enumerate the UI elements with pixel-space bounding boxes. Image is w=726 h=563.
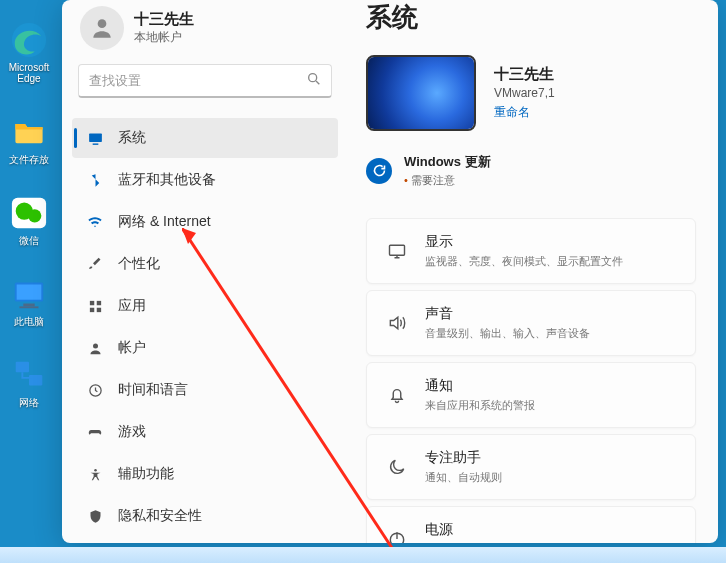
device-name: 十三先生 bbox=[494, 65, 555, 84]
settings-window: 十三先生 本地帐户 系统 蓝牙和其他设备 网络 & Internet bbox=[62, 0, 718, 543]
sidebar-item-accessibility[interactable]: 辅助功能 bbox=[72, 454, 338, 494]
refresh-icon bbox=[366, 158, 392, 184]
svg-rect-17 bbox=[96, 307, 100, 311]
card-desc: 通知、自动规则 bbox=[425, 470, 502, 485]
sidebar-item-apps[interactable]: 应用 bbox=[72, 286, 338, 326]
bluetooth-icon bbox=[86, 171, 104, 189]
card-desc: 睡眠、电池使用情况、节电模式 bbox=[425, 542, 579, 543]
user-icon bbox=[86, 339, 104, 357]
desktop-icon-folder[interactable]: 文件存放 bbox=[7, 112, 51, 165]
svg-rect-12 bbox=[89, 133, 102, 142]
user-subtitle: 本地帐户 bbox=[134, 29, 194, 46]
svg-point-20 bbox=[94, 468, 97, 471]
sidebar-item-label: 网络 & Internet bbox=[118, 213, 211, 231]
device-thumbnail bbox=[366, 55, 476, 131]
desktop-icon-network[interactable]: 网络 bbox=[7, 355, 51, 408]
sidebar-item-personalize[interactable]: 个性化 bbox=[72, 244, 338, 284]
svg-rect-21 bbox=[390, 245, 405, 255]
apps-icon bbox=[86, 297, 104, 315]
brush-icon bbox=[86, 255, 104, 273]
page-title: 系统 bbox=[366, 0, 696, 35]
moon-icon bbox=[385, 455, 409, 479]
nav: 系统 蓝牙和其他设备 网络 & Internet 个性化 应用 帐户 bbox=[72, 118, 338, 563]
svg-rect-16 bbox=[89, 307, 93, 311]
avatar bbox=[80, 6, 124, 50]
desktop-icon-wechat[interactable]: 微信 bbox=[7, 193, 51, 246]
sidebar-item-label: 系统 bbox=[118, 129, 146, 147]
desktop-icon-edge[interactable]: Microsoft Edge bbox=[7, 20, 51, 84]
svg-rect-8 bbox=[16, 362, 29, 372]
sidebar-item-time[interactable]: 时间和语言 bbox=[72, 370, 338, 410]
search-wrap bbox=[78, 64, 332, 98]
card-focus[interactable]: 专注助手 通知、自动规则 bbox=[366, 434, 696, 500]
card-title: 专注助手 bbox=[425, 449, 502, 467]
svg-rect-14 bbox=[89, 300, 93, 304]
svg-point-18 bbox=[93, 343, 98, 348]
sidebar-item-label: 蓝牙和其他设备 bbox=[118, 171, 216, 189]
svg-rect-6 bbox=[23, 304, 34, 307]
sidebar-item-privacy[interactable]: 隐私和安全性 bbox=[72, 496, 338, 536]
sidebar-item-gaming[interactable]: 游戏 bbox=[72, 412, 338, 452]
sidebar-item-label: 应用 bbox=[118, 297, 146, 315]
sidebar-item-network[interactable]: 网络 & Internet bbox=[72, 202, 338, 242]
rename-link[interactable]: 重命名 bbox=[494, 104, 555, 121]
card-title: 显示 bbox=[425, 233, 623, 251]
card-desc: 监视器、亮度、夜间模式、显示配置文件 bbox=[425, 254, 623, 269]
sidebar-item-bluetooth[interactable]: 蓝牙和其他设备 bbox=[72, 160, 338, 200]
desktop-icon-thispc[interactable]: 此电脑 bbox=[7, 274, 51, 327]
svg-rect-13 bbox=[92, 143, 98, 144]
power-icon bbox=[385, 527, 409, 543]
card-title: 通知 bbox=[425, 377, 535, 395]
svg-rect-7 bbox=[20, 306, 39, 308]
wechat-icon bbox=[9, 193, 49, 233]
sidebar-item-label: 个性化 bbox=[118, 255, 160, 273]
card-title: 电源 bbox=[425, 521, 579, 539]
main: 系统 十三先生 VMware7,1 重命名 Windows 更新 需要注意 显 bbox=[348, 0, 718, 543]
network-icon bbox=[9, 355, 49, 395]
sidebar-item-system[interactable]: 系统 bbox=[72, 118, 338, 158]
sidebar: 十三先生 本地帐户 系统 蓝牙和其他设备 网络 & Internet bbox=[62, 0, 348, 543]
card-sound[interactable]: 声音 音量级别、输出、输入、声音设备 bbox=[366, 290, 696, 356]
card-desc: 音量级别、输出、输入、声音设备 bbox=[425, 326, 590, 341]
sidebar-item-label: 时间和语言 bbox=[118, 381, 188, 399]
svg-point-3 bbox=[28, 209, 41, 222]
windows-update-row[interactable]: Windows 更新 需要注意 bbox=[366, 153, 696, 188]
monitor-icon bbox=[385, 239, 409, 263]
sidebar-item-label: 隐私和安全性 bbox=[118, 507, 202, 525]
svg-rect-15 bbox=[96, 300, 100, 304]
clock-icon bbox=[86, 381, 104, 399]
search-icon bbox=[306, 71, 322, 91]
card-desc: 来自应用和系统的警报 bbox=[425, 398, 535, 413]
wifi-icon bbox=[86, 213, 104, 231]
folder-icon bbox=[9, 112, 49, 152]
card-title: 声音 bbox=[425, 305, 590, 323]
sidebar-item-label: 游戏 bbox=[118, 423, 146, 441]
edge-icon bbox=[9, 20, 49, 60]
update-title: Windows 更新 bbox=[404, 153, 491, 171]
search-input[interactable] bbox=[78, 64, 332, 98]
sidebar-item-label: 辅助功能 bbox=[118, 465, 174, 483]
card-display[interactable]: 显示 监视器、亮度、夜间模式、显示配置文件 bbox=[366, 218, 696, 284]
bell-icon bbox=[385, 383, 409, 407]
svg-point-10 bbox=[98, 19, 107, 28]
speaker-icon bbox=[385, 311, 409, 335]
sidebar-item-label: 帐户 bbox=[118, 339, 146, 357]
computer-icon bbox=[9, 274, 49, 314]
device-model: VMware7,1 bbox=[494, 86, 555, 100]
taskbar[interactable] bbox=[0, 547, 726, 563]
system-icon bbox=[86, 129, 104, 147]
svg-point-11 bbox=[309, 74, 317, 82]
device-row: 十三先生 VMware7,1 重命名 bbox=[366, 55, 696, 131]
svg-rect-5 bbox=[17, 285, 42, 300]
accessibility-icon bbox=[86, 465, 104, 483]
game-icon bbox=[86, 423, 104, 441]
settings-card-list: 显示 监视器、亮度、夜间模式、显示配置文件 声音 音量级别、输出、输入、声音设备… bbox=[366, 218, 696, 543]
card-power[interactable]: 电源 睡眠、电池使用情况、节电模式 bbox=[366, 506, 696, 543]
sidebar-item-accounts[interactable]: 帐户 bbox=[72, 328, 338, 368]
user-row[interactable]: 十三先生 本地帐户 bbox=[72, 0, 338, 58]
update-detail: 需要注意 bbox=[404, 173, 491, 188]
card-notify[interactable]: 通知 来自应用和系统的警报 bbox=[366, 362, 696, 428]
user-name: 十三先生 bbox=[134, 10, 194, 29]
desktop-icons: Microsoft Edge 文件存放 微信 此电脑 网络 bbox=[0, 20, 58, 408]
shield-icon bbox=[86, 507, 104, 525]
